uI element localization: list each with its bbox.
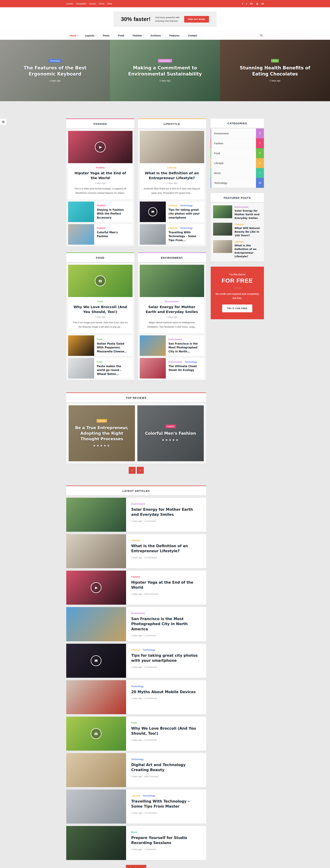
carousel-next-button[interactable]: › xyxy=(137,467,144,474)
post-image[interactable] xyxy=(68,202,94,222)
category-link[interactable]: Food xyxy=(97,300,103,303)
post-title[interactable]: Tips for taking great city photos with y… xyxy=(131,653,201,663)
category-badge[interactable]: Lifestyle xyxy=(97,419,107,423)
load-more-button[interactable]: Load more xyxy=(126,865,146,868)
hero-slide-1[interactable]: Technology The Features of the Best Ergo… xyxy=(0,40,110,101)
category-badge[interactable]: Environment xyxy=(158,59,172,62)
post-categories[interactable]: Food xyxy=(97,338,130,341)
theme-settings-gear-icon[interactable]: ⚙ xyxy=(0,119,7,125)
nav-item-layouts[interactable]: Layouts▾ xyxy=(82,31,100,40)
post-categories[interactable]: Environment xyxy=(235,205,262,209)
post-image[interactable] xyxy=(66,607,126,641)
category-link[interactable]: Technology xyxy=(143,649,155,651)
facebook-icon[interactable]: f xyxy=(242,2,243,5)
post-image[interactable] xyxy=(140,358,166,378)
post-title[interactable]: Hipster Yoga at the End of the World xyxy=(131,580,201,590)
post-title[interactable]: Pasta makes the world go round – Wheat R… xyxy=(97,364,130,376)
post-title[interactable]: Why We Love Broccoli (And You Should, To… xyxy=(131,726,201,736)
post-categories[interactable]: Technology xyxy=(131,685,201,688)
post-categories[interactable]: Lifestyle xyxy=(131,539,201,542)
header-ad-banner[interactable]: 30% faster! And more powerful withamazin… xyxy=(113,11,217,27)
post-categories[interactable]: Environment xyxy=(131,502,201,505)
post-categories[interactable]: Lifestyle·Technology xyxy=(131,648,201,651)
sidebar-category-food[interactable]: Food 8 xyxy=(211,148,264,158)
nav-item-archives[interactable]: Archives▾ xyxy=(147,31,166,40)
carousel-prev-button[interactable]: ‹ xyxy=(129,467,136,474)
category-link[interactable]: Lifestyle xyxy=(131,795,140,797)
post-image[interactable] xyxy=(68,358,94,378)
post-categories[interactable]: Food xyxy=(72,300,129,303)
hero-slide-title[interactable]: The Features of the Best Ergonomic Keybo… xyxy=(18,65,92,77)
hero-slide-title[interactable]: Making a Commitment to Environmental Sus… xyxy=(128,65,202,77)
post-title[interactable]: Italian Pasta Salad With Pepperoni, Mozz… xyxy=(97,342,130,353)
category-badge[interactable]: Food xyxy=(271,59,279,62)
topbar-link-forum[interactable]: Forum xyxy=(99,3,105,5)
category-badge[interactable]: Technology xyxy=(48,59,62,62)
post-image[interactable] xyxy=(140,202,166,222)
category-link[interactable]: Environment xyxy=(169,338,182,341)
post-categories[interactable]: Food xyxy=(97,360,130,363)
post-title[interactable]: Solar Energy for Mother Earth and Everyd… xyxy=(143,305,201,314)
post-title[interactable]: Travelling With Technology – Some Tips F… xyxy=(169,230,201,242)
post-image[interactable] xyxy=(68,265,132,297)
post-categories[interactable]: Lifestyle xyxy=(235,223,262,226)
post-image[interactable] xyxy=(68,224,94,245)
post-title[interactable]: What Will Natural Beauty Be Like In 100 … xyxy=(235,226,262,237)
category-link[interactable]: Lifestyle xyxy=(235,241,244,243)
post-image[interactable] xyxy=(66,826,126,860)
post-meta[interactable]: 2 days ago · 1 Comment xyxy=(131,848,201,850)
post-categories[interactable]: Environment xyxy=(169,338,201,341)
post-categories[interactable]: Food xyxy=(131,721,201,724)
post-meta[interactable]: 2 days ago · Add Comment xyxy=(131,593,201,595)
category-link[interactable]: Lifestyle xyxy=(169,204,178,207)
post-image[interactable] xyxy=(66,789,126,824)
play-icon[interactable]: ▶ xyxy=(95,142,106,152)
post-image[interactable] xyxy=(140,265,204,297)
post-title[interactable]: Solar Energy for Mother Earth and Everyd… xyxy=(235,209,262,220)
post-title[interactable]: Digital Art and Technology Creating Beau… xyxy=(131,763,201,773)
search-icon[interactable] xyxy=(259,33,264,38)
post-image[interactable] xyxy=(140,131,204,163)
review-title[interactable]: Colorful Men's Fashion xyxy=(142,431,199,436)
post-categories[interactable]: Lifestyle·Technology xyxy=(169,204,201,207)
post-title[interactable]: Travelling With Technology – Some Tips F… xyxy=(131,799,201,809)
post-categories[interactable]: Fashion xyxy=(131,575,201,578)
post-image[interactable] xyxy=(66,644,126,678)
sidebar-category-music[interactable]: Music 7 xyxy=(211,168,264,178)
topbar-link-layouts[interactable]: Layouts xyxy=(66,3,73,5)
category-link[interactable]: Fashion xyxy=(97,204,106,207)
post-categories[interactable]: Music xyxy=(131,831,201,834)
post-meta[interactable]: 2 days ago · 4 Comments xyxy=(131,739,201,741)
post-categories[interactable]: Technology xyxy=(131,757,201,761)
category-link[interactable]: Technology xyxy=(131,758,144,761)
post-title[interactable]: What Is the Definition of an Entrepreneu… xyxy=(235,244,262,258)
post-categories[interactable]: Lifestyle·Technology xyxy=(169,226,201,229)
post-image[interactable] xyxy=(66,498,126,532)
post-title[interactable]: San Francisco is the Most Photographed C… xyxy=(131,616,201,632)
hero-slide-3[interactable]: Food Stunning Health Benefits of Eating … xyxy=(220,40,330,101)
post-categories[interactable]: Lifestyle·Technology xyxy=(131,794,201,797)
category-link[interactable]: Lifestyle xyxy=(131,649,140,651)
sidebar-category-fashion[interactable]: Fashion 7 xyxy=(211,138,264,148)
category-link[interactable]: Lifestyle xyxy=(167,166,176,169)
post-categories[interactable]: Lifestyle xyxy=(143,166,201,169)
nav-item-features[interactable]: Features▾ xyxy=(166,31,185,40)
post-title[interactable]: Solar Energy for Mother Earth and Everyd… xyxy=(131,507,201,517)
post-image[interactable] xyxy=(213,223,232,236)
post-image[interactable] xyxy=(66,680,126,714)
category-link[interactable]: Food xyxy=(97,338,102,341)
post-title[interactable]: Colorful Men's Fashion xyxy=(97,230,130,238)
category-link[interactable]: Technology xyxy=(180,204,193,207)
category-link[interactable]: Food xyxy=(97,361,102,363)
hero-slide-2[interactable]: Environment Making a Commitment to Envir… xyxy=(110,40,220,101)
post-image[interactable] xyxy=(66,717,126,751)
category-link[interactable]: Technology xyxy=(185,361,197,363)
category-badge[interactable]: Fashion xyxy=(165,425,176,428)
hero-slide-title[interactable]: Stunning Health Benefits of Eating Choco… xyxy=(238,65,312,77)
category-link[interactable]: Environment xyxy=(131,503,145,505)
google-plus-icon[interactable]: G+ xyxy=(250,2,253,5)
post-title[interactable]: Staying in Fashion With the Perfect Acce… xyxy=(97,208,130,220)
nav-item-posts[interactable]: Posts▾ xyxy=(100,31,115,40)
nav-item-contact[interactable]: Contact xyxy=(185,31,200,40)
post-image[interactable] xyxy=(66,534,126,568)
